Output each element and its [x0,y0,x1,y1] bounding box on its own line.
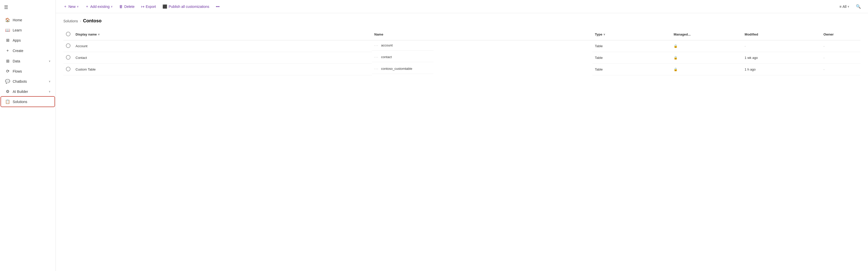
solutions-icon: 📋 [5,99,10,104]
export-button[interactable]: ↦ Export [139,3,158,10]
publish-icon: ⬛ [162,4,167,9]
home-icon: 🏠 [5,18,10,22]
sidebar-item-flows[interactable]: ⟳ Flows [1,66,55,76]
col-header-type[interactable]: Type ∨ [592,29,671,40]
flows-icon: ⟳ [5,69,10,74]
row-name-text-2: contoso_customtable [381,67,412,71]
row-owner-text-2: - [824,67,825,71]
row-select-2[interactable] [63,64,73,75]
row-modified-2: 1 h ago [742,64,821,75]
delete-button[interactable]: 🗑 Delete [117,3,137,10]
row-type-0: Table [592,40,671,52]
add-existing-chevron-icon: ∨ [111,5,113,8]
row-displayname-text-1: Contact [75,56,87,60]
row-select-circle-0[interactable] [66,44,70,48]
col-header-modified: Modified [742,29,821,40]
create-icon: ＋ [5,48,10,53]
data-chevron-icon: ∨ [49,60,51,62]
row-name-text-1: contact [381,55,392,59]
sidebar-label-flows: Flows [13,69,51,73]
chatbots-icon: 💬 [5,79,10,84]
filter-label: All [842,5,846,9]
more-options-button[interactable]: ••• [213,3,222,10]
sidebar-item-data[interactable]: ⊞ Data ∨ [1,56,55,66]
ai-builder-icon: ⚙ [5,89,10,94]
search-button[interactable]: 🔍 [854,3,863,10]
row-owner-2: - [821,64,860,75]
row-name-col-1: ··· contact [372,52,434,62]
breadcrumb-separator: › [80,19,81,23]
type-sort-icon: ∨ [603,33,605,36]
chatbots-chevron-icon: ∨ [49,80,51,83]
sidebar-label-create: Create [13,49,51,53]
select-all-circle[interactable] [66,32,70,36]
hamburger-button[interactable]: ☰ [0,0,56,15]
col-managed-label: Managed... [674,32,690,36]
search-icon: 🔍 [856,4,861,9]
table-row: Custom Table ··· contoso_customtable Tab… [63,64,860,75]
add-existing-plus-icon: ＋ [85,4,89,9]
sidebar-label-chatbots: Chatbots [13,79,46,83]
col-header-displayname[interactable]: Display name ∨ [73,29,372,40]
publish-label: Publish all customizations [168,5,209,9]
sidebar-item-solutions[interactable]: 📋 Solutions [1,97,55,107]
col-modified-label: Modified [745,32,758,36]
breadcrumb-area: Solutions › Contoso [56,13,868,26]
filter-chevron-icon: ∨ [847,5,849,8]
data-icon: ⊞ [5,59,10,63]
add-existing-button[interactable]: ＋ Add existing ∨ [83,3,115,10]
sidebar-item-learn[interactable]: 📖 Learn [1,25,55,35]
sidebar-item-create[interactable]: ＋ Create [1,46,55,56]
table-header: Display name ∨ Name Type ∨ Ma [63,29,860,40]
row-name-col-2: ··· contoso_customtable [372,64,434,74]
row-modified-text-1: 1 wk ago [745,56,758,60]
new-button[interactable]: ＋ New ∨ [61,3,81,10]
apps-icon: ⊞ [5,38,10,43]
sidebar-label-home: Home [13,18,51,22]
sidebar-item-apps[interactable]: ⊞ Apps [1,35,55,45]
solutions-table: Display name ∨ Name Type ∨ Ma [63,29,860,75]
table-row: Account ··· account Table 🔒 - - [63,40,860,52]
delete-icon: 🗑 [119,4,123,9]
sidebar: ☰ 🏠 Home 📖 Learn ⊞ Apps ＋ Create ⊞ Data … [0,0,56,271]
row-options-btn-1[interactable]: ··· [374,55,379,59]
col-name-label: Name [374,32,383,36]
row-options-btn-2[interactable]: ··· [374,67,379,71]
sidebar-item-home[interactable]: 🏠 Home [1,15,55,25]
toolbar: ＋ New ∨ ＋ Add existing ∨ 🗑 Delete ↦ Expo… [56,0,868,13]
row-select-0[interactable] [63,40,73,52]
table-body: Account ··· account Table 🔒 - - Contact … [63,40,860,75]
main-panel: ＋ New ∨ ＋ Add existing ∨ 🗑 Delete ↦ Expo… [56,0,868,271]
filter-icon: ≡ [839,5,841,9]
row-type-2: Table [592,64,671,75]
row-type-1: Table [592,52,671,64]
breadcrumb: Solutions › Contoso [63,18,860,24]
row-select-circle-2[interactable] [66,67,70,71]
breadcrumb-parent[interactable]: Solutions [63,19,78,23]
hamburger-icon: ☰ [4,5,8,10]
learn-icon: 📖 [5,28,10,32]
sidebar-item-chatbots[interactable]: 💬 Chatbots ∨ [1,76,55,86]
row-name-text-0: account [381,44,393,47]
row-owner-text-0: - [824,44,825,48]
row-managed-0: 🔒 [671,40,742,52]
export-icon: ↦ [141,4,145,9]
nav-scroll: 🏠 Home 📖 Learn ⊞ Apps ＋ Create ⊞ Data ∨ … [0,15,56,271]
col-header-managed: Managed... [671,29,742,40]
ai-builder-chevron-icon: ∨ [49,90,51,93]
row-options-btn-0[interactable]: ··· [374,44,379,47]
publish-button[interactable]: ⬛ Publish all customizations [160,3,212,10]
row-modified-text-0: - [745,44,746,48]
row-select-circle-1[interactable] [66,55,70,60]
delete-label: Delete [124,5,134,9]
filter-button[interactable]: ≡ All ∨ [837,3,852,10]
row-displayname-2: Custom Table [73,64,372,75]
table-row: Contact ··· contact Table 🔒 1 wk ago - [63,52,860,64]
sidebar-item-ai-builder[interactable]: ⚙ AI Builder ∨ [1,86,55,97]
col-header-name: Name [372,29,592,40]
lock-icon-2: 🔒 [674,67,678,71]
row-managed-2: 🔒 [671,64,742,75]
row-owner-text-1: - [824,56,825,60]
row-select-1[interactable] [63,52,73,64]
lock-icon-0: 🔒 [674,44,678,48]
